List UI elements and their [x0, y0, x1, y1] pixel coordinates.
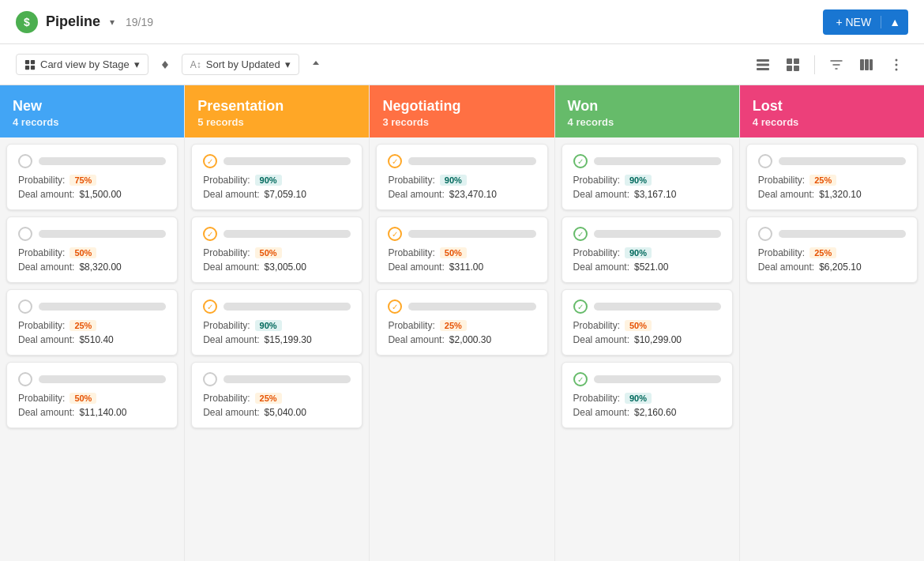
table-row[interactable]: ✓ Probability: 90% Deal amount: $23,470.…: [376, 144, 547, 210]
table-row[interactable]: Probability: 25% Deal amount: $1,320.10: [746, 144, 918, 210]
probability-badge: 50%: [440, 247, 467, 258]
card-probability-row: Probability: 90%: [203, 320, 351, 331]
table-row[interactable]: ✓ Probability: 90% Deal amount: $3,167.1…: [562, 144, 733, 210]
card-name-row: ✓: [388, 154, 535, 168]
deal-amount-value: $510.40: [79, 334, 113, 345]
deal-amount-value: $8,320.00: [79, 262, 121, 273]
filter-button[interactable]: [824, 53, 848, 77]
card-check-icon[interactable]: ✓: [203, 299, 217, 314]
card-check-icon[interactable]: ✓: [573, 299, 588, 314]
card-check-icon[interactable]: ✓: [388, 227, 402, 241]
card-name-bar: [39, 375, 166, 383]
probability-label: Probability:: [758, 175, 805, 186]
probability-badge: 90%: [625, 175, 652, 186]
probability-label: Probability:: [18, 320, 65, 331]
card-check-icon[interactable]: [758, 227, 772, 241]
deal-amount-label: Deal amount:: [758, 189, 814, 200]
card-check-icon[interactable]: ✓: [203, 154, 217, 168]
card-check-icon[interactable]: ✓: [573, 227, 588, 241]
columns-icon: [858, 57, 874, 73]
probability-label: Probability:: [388, 175, 434, 186]
table-row[interactable]: Probability: 50% Deal amount: $11,140.00: [6, 362, 178, 428]
card-check-icon[interactable]: ✓: [573, 372, 588, 386]
card-name-row: ✓: [388, 299, 535, 314]
table-row[interactable]: Probability: 50% Deal amount: $8,320.00: [6, 216, 178, 283]
deal-amount-label: Deal amount:: [573, 189, 629, 200]
card-probability-row: Probability: 50%: [388, 247, 535, 258]
card-check-icon[interactable]: ✓: [203, 227, 217, 241]
sort-asc-button[interactable]: [306, 55, 326, 75]
more-button[interactable]: [885, 53, 908, 77]
card-amount-row: Deal amount: $10,299.00: [573, 334, 721, 345]
sort-button[interactable]: A↕ Sort by Updated ▾: [182, 54, 299, 75]
probability-badge: 90%: [625, 393, 652, 404]
card-name-row: [18, 227, 166, 241]
probability-badge: 50%: [69, 247, 96, 258]
card-check-icon[interactable]: [18, 299, 32, 314]
probability-label: Probability:: [573, 320, 620, 331]
svg-rect-7: [787, 58, 792, 64]
probability-label: Probability:: [573, 393, 620, 404]
card-check-icon[interactable]: [18, 154, 32, 168]
card-name-bar: [594, 230, 721, 238]
card-check-icon[interactable]: [18, 372, 32, 386]
table-row[interactable]: ✓ Probability: 90% Deal amount: $7,059.1…: [191, 144, 362, 210]
pipeline-dropdown-icon[interactable]: ▾: [110, 17, 115, 28]
deal-amount-label: Deal amount:: [18, 262, 74, 273]
svg-rect-0: [25, 59, 29, 63]
new-button[interactable]: + NEW ▲: [823, 9, 908, 35]
card-check-icon[interactable]: ✓: [388, 299, 402, 314]
pipeline-title: Pipeline: [46, 13, 100, 30]
card-view-label: Card view by Stage: [40, 58, 130, 70]
table-row[interactable]: ✓ Probability: 90% Deal amount: $15,199.…: [191, 289, 362, 356]
table-row[interactable]: ✓ Probability: 50% Deal amount: $311.00: [376, 216, 547, 283]
columns-button[interactable]: [855, 53, 878, 77]
sort-direction-button[interactable]: [155, 55, 175, 75]
deal-amount-value: $521.00: [634, 262, 668, 273]
card-probability-row: Probability: 25%: [758, 247, 906, 258]
probability-label: Probability:: [388, 247, 434, 258]
card-amount-row: Deal amount: $6,205.10: [758, 262, 906, 273]
table-row[interactable]: Probability: 25% Deal amount: $5,040.00: [191, 362, 362, 428]
column-header-presentation: Presentation 5 records: [185, 85, 369, 137]
svg-rect-1: [31, 59, 35, 63]
deal-amount-value: $6,205.10: [819, 262, 861, 273]
column-lost: Lost 4 records Probability: 25% Deal amo…: [740, 85, 924, 561]
card-amount-row: Deal amount: $1,500.00: [18, 189, 166, 200]
probability-label: Probability:: [388, 320, 434, 331]
card-name-bar: [223, 230, 351, 238]
probability-badge: 90%: [440, 175, 467, 186]
column-body-negotiating: ✓ Probability: 90% Deal amount: $23,470.…: [370, 137, 554, 561]
top-bar-left: $ Pipeline ▾ 19/19: [16, 11, 153, 33]
compact-view-button[interactable]: [751, 53, 775, 77]
table-row[interactable]: ✓ Probability: 50% Deal amount: $3,005.0…: [191, 216, 362, 283]
card-name-row: [18, 154, 166, 168]
svg-point-16: [896, 68, 898, 70]
card-check-icon[interactable]: [203, 372, 217, 386]
svg-rect-9: [787, 66, 792, 71]
table-row[interactable]: Probability: 25% Deal amount: $6,205.10: [746, 216, 918, 283]
list-view-button[interactable]: [781, 53, 805, 77]
probability-badge: 90%: [255, 320, 282, 331]
card-check-icon[interactable]: [18, 227, 32, 241]
table-row[interactable]: Probability: 25% Deal amount: $510.40: [6, 289, 178, 356]
new-button-arrow[interactable]: ▲: [881, 16, 908, 28]
sort-dropdown-icon: ▾: [285, 58, 291, 70]
table-row[interactable]: ✓ Probability: 50% Deal amount: $10,299.…: [562, 289, 733, 356]
card-amount-row: Deal amount: $510.40: [18, 334, 166, 345]
column-body-won: ✓ Probability: 90% Deal amount: $3,167.1…: [555, 137, 739, 561]
deal-amount-value: $5,040.00: [265, 407, 306, 418]
column-won: Won 4 records ✓ Probability: 90% Deal am…: [555, 85, 740, 561]
card-amount-row: Deal amount: $1,320.10: [758, 189, 906, 200]
probability-badge: 25%: [809, 175, 836, 186]
table-row[interactable]: Probability: 75% Deal amount: $1,500.00: [6, 144, 178, 210]
card-probability-row: Probability: 50%: [18, 247, 166, 258]
card-check-icon[interactable]: [758, 154, 772, 168]
table-row[interactable]: ✓ Probability: 90% Deal amount: $2,160.6…: [562, 362, 733, 428]
table-row[interactable]: ✓ Probability: 90% Deal amount: $521.00: [562, 216, 733, 283]
card-view-button[interactable]: Card view by Stage ▾: [16, 54, 148, 75]
card-check-icon[interactable]: ✓: [388, 154, 402, 168]
card-amount-row: Deal amount: $2,160.60: [573, 407, 721, 418]
card-check-icon[interactable]: ✓: [573, 154, 588, 168]
table-row[interactable]: ✓ Probability: 25% Deal amount: $2,000.3…: [376, 289, 547, 356]
